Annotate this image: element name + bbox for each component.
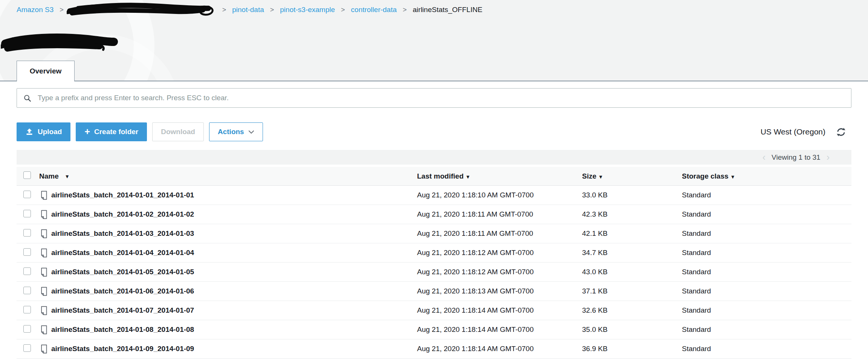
object-size: 43.0 KB	[582, 268, 682, 276]
tab-overview[interactable]: Overview	[17, 61, 75, 81]
file-icon	[39, 229, 47, 238]
previous-page-icon[interactable]: ‹	[763, 153, 766, 162]
object-storage-class: Standard	[682, 210, 851, 218]
column-header-storage-class-label: Storage class	[682, 172, 729, 180]
table-row: airlineStats_batch_2014-01-05_2014-01-05…	[17, 263, 851, 282]
row-checkbox[interactable]	[23, 287, 31, 294]
redacted-bucket-name-scribble	[67, 1, 219, 18]
download-button[interactable]: Download	[152, 122, 204, 141]
file-icon	[39, 287, 47, 296]
region-area: US West (Oregon)	[761, 127, 851, 137]
object-name-link[interactable]: airlineStats_batch_2014-01-02_2014-01-02	[51, 210, 194, 218]
object-name-link[interactable]: airlineStats_batch_2014-01-09_2014-01-09	[51, 345, 194, 353]
breadcrumb-separator-icon: >	[60, 6, 64, 14]
breadcrumb-controller-data[interactable]: controller-data	[351, 6, 397, 14]
upload-button-label: Upload	[38, 128, 62, 136]
actions-button-label: Actions	[218, 128, 244, 136]
row-checkbox[interactable]	[23, 191, 31, 198]
next-page-icon[interactable]: ›	[827, 153, 830, 162]
create-folder-button-label: Create folder	[94, 128, 138, 136]
object-size: 33.0 KB	[582, 191, 682, 199]
object-name-link[interactable]: airlineStats_batch_2014-01-05_2014-01-05	[51, 268, 194, 276]
object-storage-class: Standard	[682, 268, 851, 276]
object-storage-class: Standard	[682, 287, 851, 295]
row-checkbox[interactable]	[23, 306, 31, 313]
object-name-link[interactable]: airlineStats_batch_2014-01-01_2014-01-01	[51, 191, 194, 199]
search-input[interactable]	[37, 93, 845, 102]
object-size: 36.9 KB	[582, 345, 682, 353]
create-folder-button[interactable]: + Create folder	[76, 122, 147, 141]
breadcrumb-amazon-s3[interactable]: Amazon S3	[17, 6, 53, 14]
table-row: airlineStats_batch_2014-01-06_2014-01-06…	[17, 282, 851, 301]
object-last-modified: Aug 21, 2020 1:18:11 AM GMT-0700	[417, 229, 582, 238]
column-header-last-modified[interactable]: Last modified▾	[417, 172, 582, 180]
refresh-button[interactable]	[836, 127, 846, 137]
object-last-modified: Aug 21, 2020 1:18:14 AM GMT-0700	[417, 325, 582, 334]
object-storage-class: Standard	[682, 325, 851, 334]
select-all-checkbox[interactable]	[23, 171, 31, 179]
breadcrumb-current-airlineStats-OFFLINE: airlineStats_OFFLINE	[413, 6, 483, 14]
row-checkbox[interactable]	[23, 229, 31, 237]
table-row: airlineStats_batch_2014-01-02_2014-01-02…	[17, 205, 851, 224]
file-icon	[39, 325, 47, 335]
object-name-link[interactable]: airlineStats_batch_2014-01-04_2014-01-04	[51, 249, 194, 257]
main-content: Upload + Create folder Download Actions …	[0, 88, 868, 359]
object-last-modified: Aug 21, 2020 1:18:14 AM GMT-0700	[417, 306, 582, 315]
object-storage-class: Standard	[682, 249, 851, 257]
table-body: airlineStats_batch_2014-01-01_2014-01-01…	[17, 186, 851, 359]
pagination-bar: ‹ Viewing 1 to 31 ›	[17, 150, 851, 165]
object-name-link[interactable]: airlineStats_batch_2014-01-06_2014-01-06	[51, 287, 194, 295]
file-icon	[39, 191, 47, 200]
row-checkbox[interactable]	[23, 210, 31, 217]
chevron-down-icon	[248, 130, 254, 134]
upload-icon	[25, 128, 34, 136]
column-header-name[interactable]: Name▾	[38, 172, 417, 180]
breadcrumb-separator-icon: >	[270, 6, 274, 14]
objects-table: Name▾ Last modified▾ Size▾ Storage class…	[17, 167, 851, 359]
object-size: 32.6 KB	[582, 306, 682, 315]
object-last-modified: Aug 21, 2020 1:18:12 AM GMT-0700	[417, 268, 582, 276]
object-last-modified: Aug 21, 2020 1:18:11 AM GMT-0700	[417, 210, 582, 218]
actions-button[interactable]: Actions	[209, 122, 263, 141]
file-icon	[39, 344, 47, 354]
breadcrumb-separator-icon: >	[341, 6, 345, 14]
row-checkbox[interactable]	[23, 267, 31, 275]
row-checkbox[interactable]	[23, 248, 31, 256]
object-last-modified: Aug 21, 2020 1:18:12 AM GMT-0700	[417, 249, 582, 257]
object-name-link[interactable]: airlineStats_batch_2014-01-03_2014-01-03	[51, 229, 194, 238]
file-icon	[39, 306, 47, 315]
row-checkbox[interactable]	[23, 325, 31, 333]
download-button-label: Download	[161, 128, 195, 136]
row-checkbox[interactable]	[23, 344, 31, 352]
sort-arrow-icon: ▾	[467, 174, 469, 180]
refresh-icon	[836, 127, 846, 137]
object-name-link[interactable]: airlineStats_batch_2014-01-07_2014-01-07	[51, 306, 194, 315]
tab-overview-label: Overview	[30, 67, 62, 75]
object-storage-class: Standard	[682, 229, 851, 238]
table-row: airlineStats_batch_2014-01-08_2014-01-08…	[17, 320, 851, 339]
table-row: airlineStats_batch_2014-01-03_2014-01-03…	[17, 224, 851, 243]
column-header-size[interactable]: Size▾	[582, 172, 682, 180]
breadcrumb: Amazon S3 > > pinot-data > pinot-s3-exam…	[0, 0, 868, 15]
breadcrumb-pinot-data[interactable]: pinot-data	[232, 6, 264, 14]
sort-arrow-icon: ▾	[599, 174, 602, 180]
object-name-link[interactable]: airlineStats_batch_2014-01-08_2014-01-08	[51, 325, 194, 334]
breadcrumb-pinot-s3-example[interactable]: pinot-s3-example	[280, 6, 335, 14]
upload-button[interactable]: Upload	[17, 122, 70, 141]
object-last-modified: Aug 21, 2020 1:18:10 AM GMT-0700	[417, 191, 582, 199]
object-storage-class: Standard	[682, 191, 851, 199]
column-header-storage-class[interactable]: Storage class▾	[682, 172, 851, 180]
object-last-modified: Aug 21, 2020 1:18:14 AM GMT-0700	[417, 345, 582, 353]
toolbar: Upload + Create folder Download Actions …	[17, 122, 851, 141]
object-storage-class: Standard	[682, 306, 851, 315]
file-icon	[39, 210, 47, 219]
object-size: 35.0 KB	[582, 325, 682, 334]
table-row: airlineStats_batch_2014-01-07_2014-01-07…	[17, 301, 851, 320]
toolbar-buttons: Upload + Create folder Download Actions	[17, 122, 263, 141]
sort-arrow-icon: ▾	[66, 173, 69, 179]
region-label: US West (Oregon)	[761, 127, 825, 136]
sort-arrow-icon: ▾	[732, 174, 734, 180]
column-header-name-label: Name	[39, 172, 59, 180]
column-header-last-modified-label: Last modified	[417, 172, 464, 180]
breadcrumb-separator-icon: >	[222, 6, 226, 14]
